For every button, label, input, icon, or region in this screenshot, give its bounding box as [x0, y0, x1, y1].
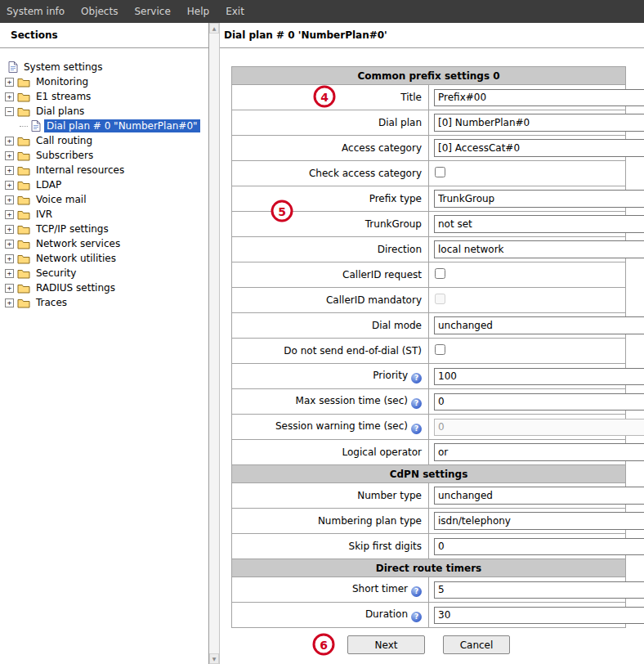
sidebar-item-subscribers[interactable]: +Subscribers — [5, 148, 208, 163]
menu-exit[interactable]: Exit — [226, 6, 244, 17]
section-header-direct-route-timers: Direct route timers — [232, 559, 626, 577]
do-not-send-end-of-dial-st-checkbox[interactable] — [435, 344, 445, 355]
logical-operator-select[interactable]: or — [434, 443, 644, 461]
sidebar-item-network-utilities[interactable]: +Network utilities — [5, 251, 208, 266]
tree-item-label[interactable]: Subscribers — [34, 149, 96, 162]
field-cell — [429, 415, 626, 440]
dial-plan-select[interactable]: [0] NumberPlan#0 — [434, 114, 644, 132]
form-row-callerid-mandatory: CallerID mandatory — [232, 288, 626, 313]
menu-objects[interactable]: Objects — [81, 6, 118, 17]
expand-icon[interactable]: + — [5, 210, 14, 219]
max-session-time-sec-input[interactable] — [434, 393, 644, 411]
expand-icon[interactable]: + — [5, 151, 14, 160]
expand-icon[interactable]: + — [5, 269, 14, 278]
expand-icon[interactable]: + — [5, 225, 14, 234]
field-label: CallerID request — [342, 269, 422, 280]
help-icon[interactable]: ? — [411, 398, 422, 409]
menu-help[interactable]: Help — [187, 6, 209, 17]
sidebar-item-ldap[interactable]: +LDAP — [5, 177, 208, 192]
sidebar-item-radius-settings[interactable]: +RADIUS settings — [5, 280, 208, 295]
numbering-plan-type-select[interactable]: isdn/telephony — [434, 512, 644, 530]
direction-select[interactable]: local network — [434, 240, 644, 258]
tree-item-label[interactable]: LDAP — [34, 178, 64, 191]
label-cell: Dial mode — [232, 313, 429, 339]
sidebar-item-internal-resources[interactable]: +Internal resources — [5, 163, 208, 177]
expand-icon[interactable]: + — [5, 240, 14, 249]
tree-item-label[interactable]: Call routing — [34, 134, 95, 147]
menubar: System infoObjectsServiceHelpExit — [0, 0, 644, 23]
expand-icon[interactable]: + — [5, 284, 14, 293]
help-icon[interactable]: ? — [411, 424, 422, 434]
expand-icon[interactable]: + — [5, 78, 14, 87]
tree-item-label[interactable]: Network utilities — [34, 252, 119, 265]
expand-icon[interactable]: + — [5, 137, 14, 146]
field-label: Numbering plan type — [318, 515, 422, 527]
expand-icon[interactable]: + — [5, 166, 14, 175]
sidebar-item-e1-streams[interactable]: +E1 streams — [5, 89, 208, 104]
form-row-direction: Directionlocal network — [232, 237, 626, 262]
tree-item-label[interactable]: System settings — [21, 61, 105, 74]
tree-item-label[interactable]: Network services — [34, 237, 123, 250]
sidebar-scrollbar[interactable]: ▲ ▼ — [209, 23, 220, 664]
expand-icon[interactable]: + — [5, 92, 14, 101]
label-cell: Number type — [232, 483, 429, 509]
tree-item-label[interactable]: Internal resources — [34, 164, 127, 177]
priority-input[interactable] — [434, 368, 644, 385]
tree-item-label[interactable]: Dial plan # 0 "NumberPlan#0" — [44, 119, 200, 132]
folder-icon — [17, 136, 30, 146]
field-label: TrunkGroup — [365, 218, 422, 230]
field-cell — [429, 161, 626, 186]
help-icon[interactable]: ? — [411, 612, 422, 622]
callerid-request-checkbox[interactable] — [435, 268, 445, 279]
help-icon[interactable]: ? — [411, 586, 422, 597]
sidebar-item-dial-plan-0-numberplan-0[interactable]: Dial plan # 0 "NumberPlan#0" — [5, 119, 208, 133]
tree-item-label[interactable]: RADIUS settings — [34, 281, 118, 294]
tree-item-label[interactable]: Security — [34, 267, 78, 280]
sidebar-item-tcp-ip-settings[interactable]: +TCP/IP settings — [5, 222, 208, 236]
tree-item-label[interactable]: Voice mail — [34, 193, 88, 206]
tree-item-label[interactable]: TCP/IP settings — [34, 222, 111, 236]
sidebar-item-voice-mail[interactable]: +Voice mail — [5, 192, 208, 207]
short-timer-input[interactable] — [434, 581, 644, 599]
expand-icon[interactable]: + — [5, 195, 14, 204]
sidebar-item-system-settings[interactable]: System settings — [5, 60, 208, 74]
menu-system-info[interactable]: System info — [7, 6, 65, 17]
tree-item-label[interactable]: Dial plans — [34, 105, 87, 118]
form-buttons: Next Cancel — [231, 635, 626, 654]
help-icon[interactable]: ? — [411, 373, 422, 384]
collapse-icon[interactable]: − — [5, 107, 14, 116]
tree-item-label[interactable]: Traces — [34, 296, 69, 309]
section-header-row: Common prefix settings 0 — [232, 67, 626, 85]
next-button[interactable]: Next — [347, 635, 425, 654]
scroll-up-icon[interactable]: ▲ — [209, 23, 219, 34]
duration-input[interactable] — [434, 607, 644, 624]
sidebar-item-security[interactable]: +Security — [5, 266, 208, 280]
sidebar-item-traces[interactable]: +Traces — [5, 295, 208, 310]
title-input[interactable] — [434, 89, 644, 106]
settings-form: Common prefix settings 0TitleDial plan[0… — [231, 66, 626, 628]
check-access-category-checkbox[interactable] — [435, 167, 445, 177]
form-row-do-not-send-end-of-dial-st: Do not send end-of-dial (ST) — [232, 339, 626, 364]
tree-item-label[interactable]: Monitoring — [34, 75, 91, 88]
scroll-down-icon[interactable]: ▼ — [209, 653, 219, 664]
number-type-select[interactable]: unchanged — [434, 487, 644, 505]
sidebar-item-ivr[interactable]: +IVR — [5, 207, 208, 222]
access-category-select[interactable]: [0] AccessCat#0 — [434, 139, 644, 157]
sidebar-item-dial-plans[interactable]: −Dial plans — [5, 104, 208, 119]
menu-service[interactable]: Service — [134, 6, 170, 17]
tree-item-label[interactable]: E1 streams — [34, 90, 93, 103]
skip-first-digits-input[interactable] — [434, 538, 644, 555]
expand-icon[interactable]: + — [5, 298, 14, 307]
trunkgroup-select[interactable]: not set — [434, 215, 644, 233]
prefix-type-select[interactable]: TrunkGroup — [434, 190, 644, 208]
field-cell: [0] NumberPlan#0 — [429, 110, 626, 136]
tree-item-label[interactable]: IVR — [34, 208, 55, 221]
dial-mode-select[interactable]: unchanged — [434, 316, 644, 334]
expand-icon[interactable]: + — [5, 181, 14, 190]
sidebar-item-monitoring[interactable]: +Monitoring — [5, 74, 208, 89]
cancel-button[interactable]: Cancel — [443, 635, 510, 654]
sidebar-item-call-routing[interactable]: +Call routing — [5, 133, 208, 148]
sidebar-item-network-services[interactable]: +Network services — [5, 236, 208, 251]
label-cell: Do not send end-of-dial (ST) — [232, 339, 429, 364]
expand-icon[interactable]: + — [5, 254, 14, 263]
